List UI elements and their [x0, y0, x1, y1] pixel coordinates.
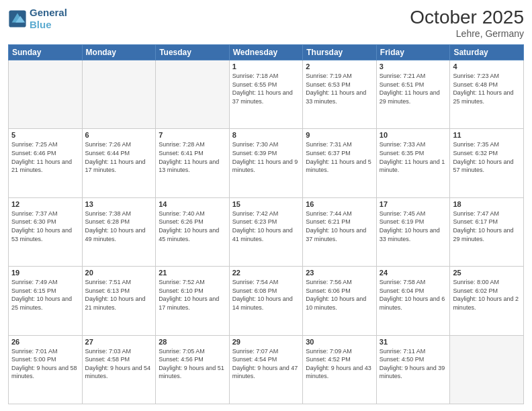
day-info: Sunrise: 7:35 AMSunset: 6:32 PMDaylight:… [453, 140, 521, 174]
day-info: Sunrise: 7:07 AMSunset: 4:54 PMDaylight:… [232, 347, 300, 381]
calendar-cell [82, 60, 156, 129]
calendar-cell [9, 60, 83, 129]
day-number: 18 [453, 200, 521, 208]
calendar-cell: 12Sunrise: 7:37 AMSunset: 6:30 PMDayligh… [9, 197, 83, 266]
day-number: 12 [11, 200, 79, 208]
logo-text: General Blue [30, 7, 67, 31]
calendar-cell: 29Sunrise: 7:07 AMSunset: 4:54 PMDayligh… [229, 335, 303, 404]
weekday-header-row: SundayMondayTuesdayWednesdayThursdayFrid… [9, 45, 524, 60]
day-info: Sunrise: 7:28 AMSunset: 6:41 PMDaylight:… [159, 140, 226, 174]
calendar-cell: 17Sunrise: 7:45 AMSunset: 6:19 PMDayligh… [376, 197, 450, 266]
day-info: Sunrise: 7:47 AMSunset: 6:17 PMDaylight:… [453, 210, 521, 243]
weekday-header-monday: Monday [82, 45, 156, 60]
day-number: 7 [159, 131, 226, 139]
day-info: Sunrise: 7:01 AMSunset: 5:00 PMDaylight:… [11, 347, 79, 381]
page-container: General Blue October 2025 Lehre, Germany… [0, 0, 532, 411]
day-number: 6 [85, 131, 153, 139]
day-number: 10 [380, 131, 447, 139]
weekday-header-thursday: Thursday [303, 45, 377, 60]
title-block: October 2025 Lehre, Germany [410, 7, 524, 39]
day-info: Sunrise: 7:11 AMSunset: 4:50 PMDaylight:… [380, 347, 447, 381]
day-info: Sunrise: 7:44 AMSunset: 6:21 PMDaylight:… [306, 210, 373, 243]
calendar-table: SundayMondayTuesdayWednesdayThursdayFrid… [8, 44, 524, 404]
day-number: 8 [232, 131, 300, 139]
calendar-cell: 23Sunrise: 7:56 AMSunset: 6:06 PMDayligh… [303, 267, 377, 335]
day-number: 24 [380, 269, 447, 277]
day-info: Sunrise: 7:52 AMSunset: 6:10 PMDaylight:… [159, 278, 226, 312]
day-info: Sunrise: 7:31 AMSunset: 6:37 PMDaylight:… [306, 140, 373, 174]
calendar-cell: 27Sunrise: 7:03 AMSunset: 4:58 PMDayligh… [82, 335, 156, 404]
calendar-cell: 10Sunrise: 7:33 AMSunset: 6:35 PMDayligh… [376, 129, 450, 197]
day-info: Sunrise: 7:25 AMSunset: 6:46 PMDaylight:… [11, 140, 79, 174]
day-info: Sunrise: 7:45 AMSunset: 6:19 PMDaylight:… [380, 210, 447, 243]
day-info: Sunrise: 7:09 AMSunset: 4:52 PMDaylight:… [306, 347, 373, 381]
day-number: 26 [11, 338, 79, 346]
calendar-cell: 7Sunrise: 7:28 AMSunset: 6:41 PMDaylight… [156, 129, 230, 197]
calendar-cell: 31Sunrise: 7:11 AMSunset: 4:50 PMDayligh… [376, 335, 450, 404]
weekday-header-tuesday: Tuesday [156, 45, 230, 60]
calendar-cell: 3Sunrise: 7:21 AMSunset: 6:51 PMDaylight… [376, 60, 450, 129]
calendar-cell [156, 60, 230, 129]
day-number: 13 [85, 200, 153, 208]
day-number: 28 [159, 338, 226, 346]
calendar-cell: 14Sunrise: 7:40 AMSunset: 6:26 PMDayligh… [156, 197, 230, 266]
page-header: General Blue October 2025 Lehre, Germany [8, 7, 524, 39]
day-number: 14 [159, 200, 226, 208]
week-row-1: 1Sunrise: 7:18 AMSunset: 6:55 PMDaylight… [9, 60, 524, 129]
day-number: 1 [232, 62, 300, 71]
day-number: 27 [85, 338, 153, 346]
day-info: Sunrise: 7:51 AMSunset: 6:13 PMDaylight:… [85, 278, 153, 312]
calendar-cell: 26Sunrise: 7:01 AMSunset: 5:00 PMDayligh… [9, 335, 83, 404]
day-info: Sunrise: 7:56 AMSunset: 6:06 PMDaylight:… [306, 278, 373, 312]
day-number: 19 [11, 269, 79, 277]
day-info: Sunrise: 7:38 AMSunset: 6:28 PMDaylight:… [85, 210, 153, 243]
day-info: Sunrise: 7:54 AMSunset: 6:08 PMDaylight:… [232, 278, 300, 312]
day-info: Sunrise: 7:40 AMSunset: 6:26 PMDaylight:… [159, 210, 226, 243]
week-row-4: 19Sunrise: 7:49 AMSunset: 6:15 PMDayligh… [9, 267, 524, 335]
calendar-cell: 18Sunrise: 7:47 AMSunset: 6:17 PMDayligh… [450, 197, 524, 266]
day-info: Sunrise: 7:21 AMSunset: 6:51 PMDaylight:… [380, 72, 447, 105]
week-row-5: 26Sunrise: 7:01 AMSunset: 5:00 PMDayligh… [9, 335, 524, 404]
day-number: 11 [453, 131, 521, 139]
week-row-2: 5Sunrise: 7:25 AMSunset: 6:46 PMDaylight… [9, 129, 524, 197]
calendar-cell: 2Sunrise: 7:19 AMSunset: 6:53 PMDaylight… [303, 60, 377, 129]
day-number: 31 [380, 338, 447, 346]
calendar-cell [450, 335, 524, 404]
day-info: Sunrise: 7:58 AMSunset: 6:04 PMDaylight:… [380, 278, 447, 312]
calendar-cell: 22Sunrise: 7:54 AMSunset: 6:08 PMDayligh… [229, 267, 303, 335]
calendar-cell: 19Sunrise: 7:49 AMSunset: 6:15 PMDayligh… [9, 267, 83, 335]
weekday-header-wednesday: Wednesday [229, 45, 303, 60]
calendar-cell: 11Sunrise: 7:35 AMSunset: 6:32 PMDayligh… [450, 129, 524, 197]
day-info: Sunrise: 7:33 AMSunset: 6:35 PMDaylight:… [380, 140, 447, 174]
day-info: Sunrise: 8:00 AMSunset: 6:02 PMDaylight:… [453, 278, 521, 312]
day-info: Sunrise: 7:18 AMSunset: 6:55 PMDaylight:… [232, 72, 300, 105]
calendar-cell: 9Sunrise: 7:31 AMSunset: 6:37 PMDaylight… [303, 129, 377, 197]
weekday-header-sunday: Sunday [9, 45, 83, 60]
month-title: October 2025 [410, 7, 524, 28]
logo-icon [8, 9, 27, 28]
calendar-cell: 21Sunrise: 7:52 AMSunset: 6:10 PMDayligh… [156, 267, 230, 335]
calendar-cell: 20Sunrise: 7:51 AMSunset: 6:13 PMDayligh… [82, 267, 156, 335]
day-number: 25 [453, 269, 521, 277]
day-number: 20 [85, 269, 153, 277]
calendar-cell: 4Sunrise: 7:23 AMSunset: 6:48 PMDaylight… [450, 60, 524, 129]
calendar-cell: 16Sunrise: 7:44 AMSunset: 6:21 PMDayligh… [303, 197, 377, 266]
day-info: Sunrise: 7:23 AMSunset: 6:48 PMDaylight:… [453, 72, 521, 105]
calendar-cell: 15Sunrise: 7:42 AMSunset: 6:23 PMDayligh… [229, 197, 303, 266]
day-info: Sunrise: 7:19 AMSunset: 6:53 PMDaylight:… [306, 72, 373, 105]
calendar-cell: 30Sunrise: 7:09 AMSunset: 4:52 PMDayligh… [303, 335, 377, 404]
day-info: Sunrise: 7:26 AMSunset: 6:44 PMDaylight:… [85, 140, 153, 174]
calendar-cell: 1Sunrise: 7:18 AMSunset: 6:55 PMDaylight… [229, 60, 303, 129]
day-number: 17 [380, 200, 447, 208]
day-number: 15 [232, 200, 300, 208]
day-number: 5 [11, 131, 79, 139]
day-number: 4 [453, 62, 521, 71]
weekday-header-saturday: Saturday [450, 45, 524, 60]
day-number: 9 [306, 131, 373, 139]
weekday-header-friday: Friday [376, 45, 450, 60]
day-number: 21 [159, 269, 226, 277]
location: Lehre, Germany [410, 28, 524, 39]
day-number: 29 [232, 338, 300, 346]
calendar-cell: 8Sunrise: 7:30 AMSunset: 6:39 PMDaylight… [229, 129, 303, 197]
calendar-cell: 25Sunrise: 8:00 AMSunset: 6:02 PMDayligh… [450, 267, 524, 335]
